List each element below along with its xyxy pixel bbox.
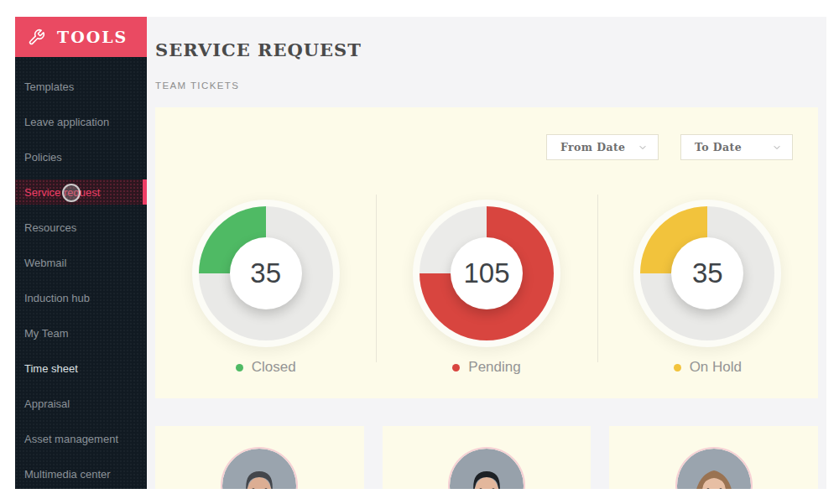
sidebar-item-label: Asset management: [24, 433, 118, 445]
team-tickets-card: From DateTo Date 35Closed105Pending35On …: [155, 107, 818, 398]
sidebar-item-label: Appraisal: [24, 397, 70, 410]
main-content: SERVICE REQUEST TEAM TICKETS From DateTo…: [147, 17, 826, 489]
sidebar-item-multimedia-center[interactable]: Multimedia center: [15, 456, 147, 489]
legend-dot: [674, 364, 681, 372]
donut-value: 105: [463, 257, 509, 289]
donut-plate: 105: [413, 200, 560, 347]
sidebar-item-label: Time sheet: [24, 362, 78, 375]
donut-center: 35: [671, 237, 743, 309]
sidebar-item-my-team[interactable]: My Team: [15, 315, 147, 351]
sidebar-item-label: Induction hub: [24, 292, 90, 304]
sidebar-item-label: Webmail: [24, 257, 66, 269]
sidebar-item-appraisal[interactable]: Appraisal: [15, 386, 147, 421]
legend-dot: [452, 364, 460, 372]
sidebar-item-label: Templates: [24, 81, 74, 93]
donut-chart-row: 35Closed105Pending35On Hold: [155, 200, 818, 376]
page-title: SERVICE REQUEST: [155, 39, 818, 60]
sidebar-item-templates[interactable]: Templates: [15, 69, 147, 104]
to-date-select[interactable]: To Date: [680, 134, 793, 160]
donut-plate: 35: [192, 200, 340, 347]
man-gray-hair-avatar: [222, 449, 296, 489]
donut-center: 35: [230, 237, 302, 309]
sidebar-item-label: Service request: [24, 186, 100, 199]
sidebar-item-time-sheet[interactable]: Time sheet: [15, 351, 147, 386]
legend-on-hold: On Hold: [674, 359, 742, 376]
team-members-row: [155, 426, 818, 489]
sidebar-header: TOOLS: [15, 17, 147, 57]
sidebar-item-label: Multimedia center: [24, 468, 111, 481]
donut-plate: 35: [633, 200, 781, 347]
woman-brown-hair-avatar: [677, 449, 751, 489]
app-window: TOOLS TemplatesLeave applicationPolicies…: [15, 17, 826, 489]
legend-label: Closed: [252, 359, 296, 376]
chevron-down-icon: [638, 143, 648, 153]
donut-section-closed: 35Closed: [155, 200, 376, 376]
sidebar-item-webmail[interactable]: Webmail: [15, 245, 147, 280]
donut-section-on-hold: 35On Hold: [597, 200, 818, 376]
donut-chart-on-hold: 35: [640, 206, 774, 340]
legend-label: On Hold: [690, 359, 742, 376]
sidebar: TOOLS TemplatesLeave applicationPolicies…: [15, 17, 147, 489]
team-member-card[interactable]: [609, 426, 818, 489]
legend-label: Pending: [468, 359, 520, 376]
donut-center: 105: [451, 237, 523, 309]
team-member-card[interactable]: [155, 426, 364, 489]
page-subtitle: TEAM TICKETS: [155, 81, 818, 91]
legend-pending: Pending: [452, 359, 520, 376]
date-filter-row: From DateTo Date: [155, 134, 818, 160]
sidebar-item-label: Policies: [24, 151, 62, 164]
sidebar-item-label: Leave application: [24, 116, 109, 128]
sidebar-item-leave-application[interactable]: Leave application: [15, 104, 147, 139]
wrench-icon: [28, 29, 45, 46]
man-dark-hair-avatar: [450, 449, 524, 489]
sidebar-item-policies[interactable]: Policies: [15, 139, 147, 174]
from-date-select[interactable]: From Date: [546, 134, 659, 160]
donut-value: 35: [250, 257, 281, 289]
donut-section-pending: 105Pending: [376, 200, 597, 376]
select-label: To Date: [695, 141, 742, 153]
team-member-card[interactable]: [383, 426, 591, 489]
chevron-down-icon: [772, 143, 782, 153]
sidebar-item-service-request[interactable]: Service request: [15, 179, 147, 205]
sidebar-item-label: Resources: [24, 221, 76, 234]
select-label: From Date: [560, 141, 625, 153]
sidebar-item-asset-management[interactable]: Asset management: [15, 421, 147, 456]
donut-chart-closed: 35: [199, 206, 333, 340]
sidebar-item-resources[interactable]: Resources: [15, 210, 147, 245]
legend-closed: Closed: [236, 359, 296, 376]
sidebar-item-label: My Team: [24, 327, 69, 340]
legend-dot: [236, 364, 243, 372]
sidebar-item-induction-hub[interactable]: Induction hub: [15, 280, 147, 315]
sidebar-title: TOOLS: [57, 28, 128, 46]
donut-value: 35: [692, 257, 723, 289]
sidebar-menu: TemplatesLeave applicationPoliciesServic…: [15, 57, 147, 489]
donut-chart-pending: 105: [420, 206, 554, 340]
